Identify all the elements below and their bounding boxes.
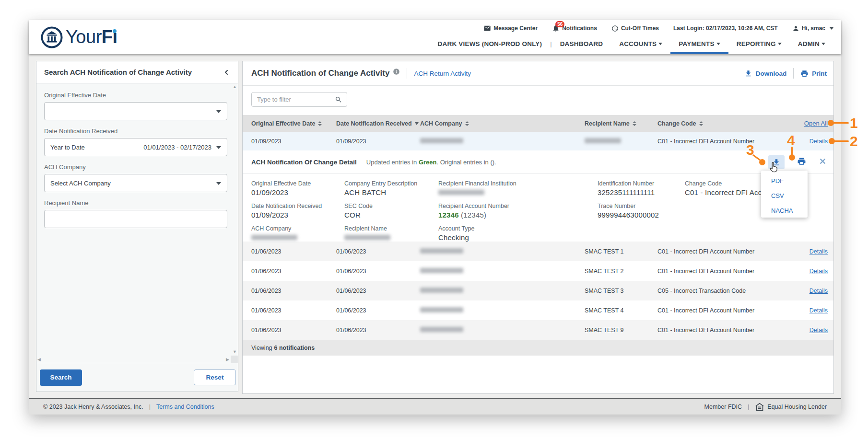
recipient-name-input[interactable] <box>44 210 227 228</box>
download-format-menu: PDF CSV NACHA <box>761 171 808 218</box>
search-sidebar: Search ACH Notification of Change Activi… <box>36 61 238 392</box>
terms-link[interactable]: Terms and Conditions <box>156 403 214 410</box>
ach-company-select[interactable]: Select ACH Company <box>44 174 227 192</box>
sidebar-header: Search ACH Notification of Change Activi… <box>36 61 238 83</box>
scrollbar-down-arrow[interactable]: ▼ <box>233 349 237 354</box>
user-menu[interactable]: Hi, smac <box>792 25 833 32</box>
cell-change-code: C05 - Incorrect Transaction Code <box>657 288 757 294</box>
details-link[interactable]: Details <box>809 307 828 314</box>
details-link[interactable]: Details <box>809 248 828 255</box>
col-date-notification-received[interactable]: Date Notification Received <box>336 120 420 127</box>
brand-logo[interactable]: YourFı <box>40 20 117 54</box>
menu-item-csv[interactable]: CSV <box>761 188 808 203</box>
notifications-label: Notifications <box>562 25 597 32</box>
last-login-label: Last Login: 02/17/2023, 10:26 AM, CST <box>673 25 778 32</box>
filter-input[interactable] <box>257 96 335 103</box>
content-area: Search ACH Notification of Change Activi… <box>29 54 841 398</box>
col-original-effective-date[interactable]: Original Effective Date <box>251 120 336 127</box>
topbar: YourFı Message Center 56 Notifications <box>29 20 841 54</box>
table-row-expanded[interactable]: 01/09/2023 01/09/2023 C01 - Incorrect DF… <box>243 132 833 150</box>
sort-icon <box>699 121 703 126</box>
hand-cursor-icon <box>768 161 779 173</box>
message-center-link[interactable]: Message Center <box>483 24 538 32</box>
table-header-row: Original Effective Date Date Notificatio… <box>243 115 833 132</box>
divider <box>407 68 407 79</box>
table-row[interactable]: 01/06/202301/06/2023SMAC TEST 2C01 - Inc… <box>243 261 833 281</box>
detail-field-original-effective-date: Original Effective Date01/09/2023 <box>251 180 344 196</box>
member-fdic: Member FDIC <box>704 403 742 410</box>
sort-desc-icon <box>415 122 419 125</box>
menu-item-pdf[interactable]: PDF <box>761 173 808 188</box>
detail-print-button[interactable] <box>797 157 806 168</box>
utility-bar: Message Center 56 Notifications Cut-Off … <box>430 24 833 32</box>
detail-header: ACH Notification Of Change Detail Update… <box>243 150 833 173</box>
sort-icon <box>633 121 636 126</box>
brand-name: YourFı <box>66 27 117 47</box>
nav-item-dark-views-non-prod-only[interactable]: DARK VIEWS (NON-PROD ONLY) <box>430 40 551 54</box>
brand-i-dot <box>113 29 117 33</box>
annotation-3: 3 <box>746 142 754 158</box>
details-link[interactable]: Details <box>809 268 828 275</box>
cell-date-notification-received: 01/06/2023 <box>336 327 420 334</box>
info-icon[interactable] <box>393 68 400 75</box>
cell-ach-company-redacted <box>420 268 585 275</box>
menu-item-nacha[interactable]: NACHA <box>761 203 808 218</box>
cutoff-times-label: Cut-Off Times <box>621 25 659 32</box>
details-link[interactable]: Details <box>809 327 828 334</box>
page: YourFı Message Center 56 Notifications <box>0 0 868 438</box>
date-notification-received-select[interactable]: Year to Date 01/01/2023 - 02/17/2023 <box>44 138 227 156</box>
cell-date-notification-received: 01/06/2023 <box>336 248 420 255</box>
last-login: Last Login: 02/17/2023, 10:26 AM, CST <box>673 25 778 32</box>
open-all-link[interactable]: Open All <box>804 120 828 127</box>
scrollbar-left-arrow[interactable]: ◀ <box>37 357 41 362</box>
col-change-code[interactable]: Change Code <box>657 120 757 127</box>
nav-item-dashboard[interactable]: DASHBOARD <box>552 40 611 54</box>
cell-date-notification-received: 01/06/2023 <box>336 268 420 275</box>
col-ach-company[interactable]: ACH Company <box>420 120 585 127</box>
col-recipient-name[interactable]: Recipient Name <box>585 120 657 127</box>
cell-change-code: C01 - Incorrect DFI Account Number <box>657 268 757 275</box>
cell-change-code: C01 - Incorrect DFI Account Number <box>657 307 757 314</box>
nav-item-accounts[interactable]: ACCOUNTS <box>611 40 670 54</box>
chevron-down-icon <box>716 43 720 45</box>
reset-button[interactable]: Reset <box>194 369 236 385</box>
print-link[interactable]: Print <box>800 69 827 78</box>
scrollbar-up-arrow[interactable]: ▲ <box>233 84 237 89</box>
detail-field-date-notification-received: Date Notification Received01/09/2023 <box>251 203 344 219</box>
details-link[interactable]: Details <box>809 138 828 145</box>
annotation-4: 4 <box>787 132 795 149</box>
nav-item-payments[interactable]: PAYMENTS <box>670 40 728 54</box>
download-link[interactable]: Download <box>744 69 787 78</box>
nav-item-reporting[interactable]: REPORTING <box>728 40 790 54</box>
table-row[interactable]: 01/06/202301/06/2023SMAC TEST 9C01 - Inc… <box>243 320 833 340</box>
search-button[interactable]: Search <box>40 369 82 386</box>
message-center-label: Message Center <box>493 25 538 32</box>
date-range-type: Year to Date <box>50 144 85 151</box>
cell-recipient-name: SMAC TEST 4 <box>585 307 657 314</box>
cell-ach-company-redacted <box>420 327 585 334</box>
table-row[interactable]: 01/06/202301/06/2023SMAC TEST 4C01 - Inc… <box>243 300 833 320</box>
chevron-down-icon <box>778 43 782 45</box>
table-row[interactable]: 01/06/202301/06/2023SMAC TEST 1C01 - Inc… <box>243 242 833 261</box>
equal-housing: Equal Housing Lender <box>755 403 827 411</box>
annotation-3-dot <box>759 159 765 165</box>
detail-field-company-entry-description: Company Entry DescriptionACH BATCH <box>344 180 438 196</box>
original-effective-date-select[interactable] <box>44 102 227 120</box>
notifications-link[interactable]: 56 Notifications <box>552 24 597 32</box>
ach-return-activity-link[interactable]: ACH Return Activity <box>414 70 471 77</box>
detail-field-identification-number: Identification Number325235111111111 <box>598 180 685 196</box>
table-row[interactable]: 01/06/202301/06/2023SMAC TEST 3C05 - Inc… <box>243 281 833 300</box>
annotation-2-dot <box>829 138 835 144</box>
cutoff-times-link[interactable]: Cut-Off Times <box>611 25 659 32</box>
sidebar-body: Original Effective Date Date Notificatio… <box>36 83 238 363</box>
collapse-sidebar-icon[interactable] <box>223 69 230 76</box>
main-card-header: ACH Notification of Change Activity ACH … <box>243 61 833 86</box>
search-icon[interactable] <box>335 96 342 104</box>
nav-item-admin[interactable]: ADMIN <box>790 40 833 54</box>
details-link[interactable]: Details <box>809 288 828 294</box>
detail-close-button[interactable] <box>819 157 827 167</box>
cell-original-effective-date: 01/06/2023 <box>251 327 336 334</box>
bank-emblem-icon <box>40 26 63 49</box>
filter-input-wrap <box>251 92 347 107</box>
scrollbar-right-arrow[interactable]: ▶ <box>226 357 229 362</box>
